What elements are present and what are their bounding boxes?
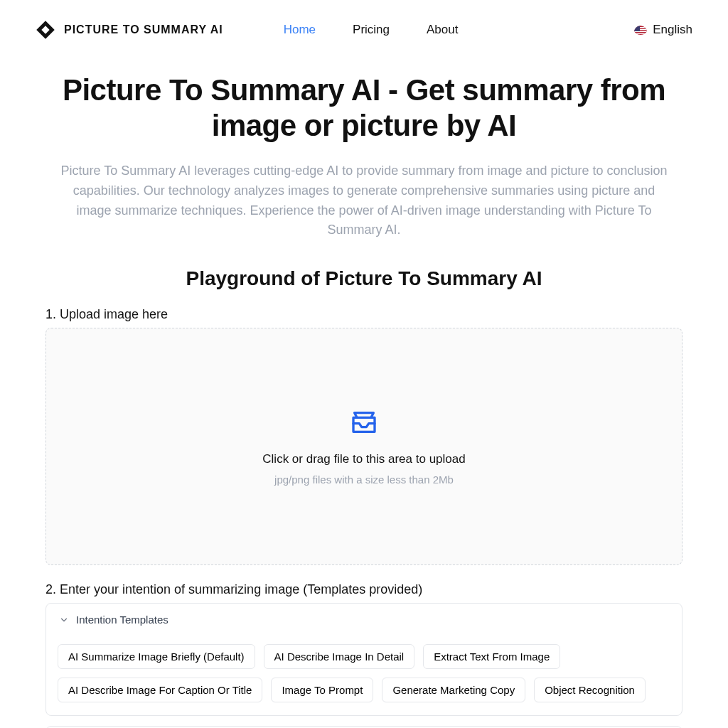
svg-rect-6 [634, 33, 647, 33]
drop-hint: jpg/png files with a size less than 2Mb [274, 473, 454, 486]
template-chip[interactable]: AI Summarize Image Briefly (Default) [58, 644, 255, 669]
templates-toggle[interactable]: Intention Templates [46, 604, 682, 636]
template-chip[interactable]: AI Describe Image In Detail [264, 644, 415, 669]
template-chip[interactable]: Generate Marketing Copy [382, 678, 525, 702]
template-chip[interactable]: Object Recognition [534, 678, 646, 702]
page-subhead: Picture To Summary AI leverages cutting-… [46, 161, 682, 241]
templates-panel: Intention Templates AI Summarize Image B… [46, 603, 682, 716]
logo-icon [36, 20, 55, 40]
step-1-label: 1. Upload image here [46, 307, 682, 322]
brand-logo[interactable]: PICTURE TO SUMMARY AI [36, 20, 223, 40]
template-chip[interactable]: AI Describe Image For Caption Or Title [58, 678, 262, 702]
drop-title: Click or drag file to this area to uploa… [262, 452, 465, 466]
nav-about[interactable]: About [427, 23, 458, 37]
inbox-icon [350, 408, 378, 437]
step-2-label: 2. Enter your intention of summarizing i… [46, 582, 682, 597]
page-title: Picture To Summary AI - Get summary from… [46, 73, 682, 144]
upload-dropzone[interactable]: Click or drag file to this area to uploa… [46, 328, 682, 565]
nav-home[interactable]: Home [284, 23, 316, 37]
playground-heading: Playground of Picture To Summary AI [46, 267, 682, 290]
language-label: English [653, 23, 692, 37]
templates-header-label: Intention Templates [76, 614, 168, 626]
primary-nav: Home Pricing About [284, 23, 459, 37]
svg-rect-9 [634, 26, 640, 31]
brand-name: PICTURE TO SUMMARY AI [64, 23, 223, 36]
language-selector[interactable]: English [634, 23, 692, 37]
nav-pricing[interactable]: Pricing [353, 23, 390, 37]
chevron-down-icon [59, 615, 69, 625]
templates-list: AI Summarize Image Briefly (Default) AI … [46, 636, 682, 715]
flag-us-icon [634, 26, 647, 35]
template-chip[interactable]: Extract Text From Image [423, 644, 560, 669]
template-chip[interactable]: Image To Prompt [271, 678, 373, 702]
top-nav: PICTURE TO SUMMARY AI Home Pricing About… [0, 0, 728, 60]
